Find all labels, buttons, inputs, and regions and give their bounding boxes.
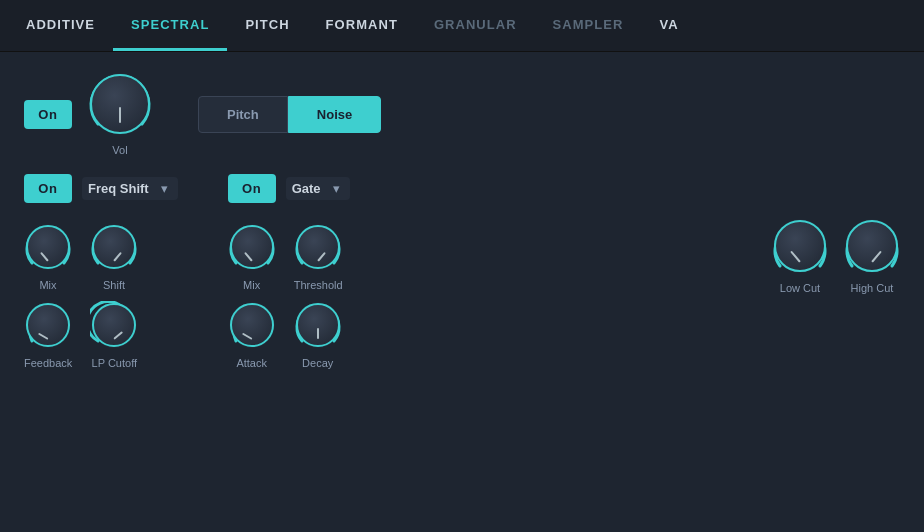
on-button-gate[interactable]: On xyxy=(228,174,276,203)
attack-container: Attack xyxy=(228,301,276,369)
gate-label: Gate xyxy=(292,181,321,196)
threshold-knob[interactable] xyxy=(296,225,340,269)
attack-knob[interactable] xyxy=(230,303,274,347)
threshold-wrap xyxy=(294,223,342,271)
tab-spectral[interactable]: SPECTRAL xyxy=(113,0,227,51)
low-cut-label: Low Cut xyxy=(780,282,820,294)
vol-label: Vol xyxy=(112,144,127,156)
shift-container: Shift xyxy=(90,223,138,291)
mix-left-knob[interactable] xyxy=(26,225,70,269)
feedback-wrap xyxy=(24,301,72,349)
mix-right-wrap xyxy=(228,223,276,271)
high-cut-container: High Cut xyxy=(844,218,900,294)
freq-shift-knobs-row1: Mix Shift xyxy=(24,223,178,291)
high-cut-wrap xyxy=(844,218,900,274)
gate-knobs-row1: Mix Threshold xyxy=(228,223,350,291)
mix-left-container: Mix xyxy=(24,223,72,291)
main-content: On Vol Pitch Noise On Fre xyxy=(0,52,924,389)
shift-label: Shift xyxy=(103,279,125,291)
vol-knob-wrap xyxy=(88,72,152,136)
mix-left-wrap xyxy=(24,223,72,271)
mix-right-knob[interactable] xyxy=(230,225,274,269)
low-cut-knob[interactable] xyxy=(774,220,826,272)
freq-shift-row: On Freq Shift ▾ xyxy=(24,174,178,203)
freq-shift-label: Freq Shift xyxy=(88,181,149,196)
low-cut-container: Low Cut xyxy=(772,218,828,294)
lp-cutoff-wrap xyxy=(90,301,138,349)
freq-shift-section: On Freq Shift ▾ Mix xyxy=(24,174,178,369)
tab-formant[interactable]: FORMANT xyxy=(308,0,416,51)
feedback-label: Feedback xyxy=(24,357,72,369)
threshold-container: Threshold xyxy=(294,223,343,291)
tab-bar: ADDITIVE SPECTRAL PITCH FORMANT GRANULAR… xyxy=(0,0,924,52)
lp-cutoff-knob[interactable] xyxy=(92,303,136,347)
gate-row: On Gate ▾ xyxy=(228,174,350,203)
row1: On Vol Pitch Noise xyxy=(24,72,900,156)
gate-arrow[interactable]: ▾ xyxy=(333,181,340,196)
on-button-freq-shift[interactable]: On xyxy=(24,174,72,203)
vol-knob-container: Vol xyxy=(88,72,152,156)
decay-knob[interactable] xyxy=(296,303,340,347)
freq-shift-dropdown[interactable]: Freq Shift ▾ xyxy=(82,177,178,200)
gate-section: On Gate ▾ Mix xyxy=(228,174,350,369)
high-cut-label: High Cut xyxy=(851,282,894,294)
on-button-row1[interactable]: On xyxy=(24,100,72,129)
pitch-button[interactable]: Pitch xyxy=(198,96,288,133)
tab-va[interactable]: VA xyxy=(641,0,696,51)
mix-right-label: Mix xyxy=(243,279,260,291)
tab-granular[interactable]: GRANULAR xyxy=(416,0,535,51)
gate-knobs-row2: Attack Decay xyxy=(228,301,350,369)
tab-additive[interactable]: ADDITIVE xyxy=(8,0,113,51)
freq-shift-knobs-row2: Feedback LP Cutoff xyxy=(24,301,178,369)
tab-pitch[interactable]: PITCH xyxy=(227,0,307,51)
feedback-container: Feedback xyxy=(24,301,72,369)
attack-wrap xyxy=(228,301,276,349)
decay-container: Decay xyxy=(294,301,342,369)
freq-shift-arrow[interactable]: ▾ xyxy=(161,181,168,196)
gate-dropdown[interactable]: Gate ▾ xyxy=(286,177,350,200)
controls-area: On Freq Shift ▾ Mix xyxy=(24,174,900,369)
right-filter-knobs: Low Cut High Cut xyxy=(772,218,900,294)
high-cut-knob[interactable] xyxy=(846,220,898,272)
vol-knob[interactable] xyxy=(90,74,150,134)
mix-right-container: Mix xyxy=(228,223,276,291)
decay-wrap xyxy=(294,301,342,349)
decay-label: Decay xyxy=(302,357,333,369)
attack-label: Attack xyxy=(236,357,267,369)
shift-wrap xyxy=(90,223,138,271)
feedback-knob[interactable] xyxy=(26,303,70,347)
shift-knob[interactable] xyxy=(92,225,136,269)
lp-cutoff-container: LP Cutoff xyxy=(90,301,138,369)
tab-sampler[interactable]: SAMPLER xyxy=(535,0,642,51)
low-cut-wrap xyxy=(772,218,828,274)
mix-left-label: Mix xyxy=(39,279,56,291)
noise-button[interactable]: Noise xyxy=(288,96,381,133)
pitch-noise-selector: Pitch Noise xyxy=(198,96,381,133)
threshold-label: Threshold xyxy=(294,279,343,291)
lp-cutoff-label: LP Cutoff xyxy=(92,357,137,369)
